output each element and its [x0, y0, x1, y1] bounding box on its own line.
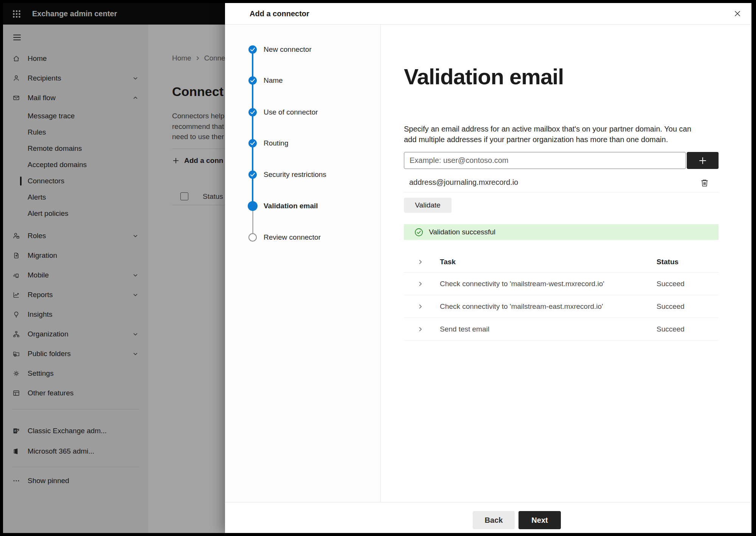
task-cell: Check connectivity to 'mailstream-west.m…	[440, 280, 657, 288]
chevron-right-icon	[418, 304, 424, 310]
validate-button[interactable]: Validate	[404, 198, 452, 213]
table-row: Check connectivity to 'mailstream-west.m…	[404, 273, 719, 295]
step-current-icon	[248, 201, 258, 211]
table-row: Send test email Succeed	[404, 318, 719, 341]
address-list-item: address@journaling.mxrecord.io	[404, 173, 719, 192]
back-button[interactable]: Back	[473, 511, 515, 529]
task-column-header: Task	[440, 258, 657, 266]
step-description: Specify an email address for an active m…	[404, 124, 704, 145]
task-cell: Send test email	[440, 325, 657, 333]
trash-icon	[700, 178, 709, 188]
email-input-row	[404, 152, 719, 169]
app-window: Exchange admin center Home Recipients Ma…	[3, 3, 751, 533]
validation-tasks-table: Task Status Check connectivity to 'mails…	[404, 251, 719, 341]
modal-scrim	[3, 3, 225, 533]
screenshot-frame: Exchange admin center Home Recipients Ma…	[0, 0, 756, 536]
task-cell: Check connectivity to 'mailstream-east.m…	[440, 302, 657, 311]
step-done-icon	[248, 108, 257, 116]
success-check-icon	[414, 228, 423, 237]
chevron-right-icon	[418, 326, 424, 332]
table-row: Check connectivity to 'mailstream-east.m…	[404, 295, 719, 318]
expand-all-chevron[interactable]	[404, 259, 440, 265]
dialog-title: Add a connector	[250, 9, 309, 18]
chevron-right-icon	[418, 259, 424, 265]
status-cell: Succeed	[657, 325, 719, 333]
close-button[interactable]	[732, 8, 743, 19]
step-done-icon	[248, 76, 257, 85]
expand-row-button[interactable]	[418, 304, 424, 310]
status-cell: Succeed	[657, 280, 719, 288]
step-todo-icon	[248, 233, 257, 242]
step-done-icon	[248, 45, 257, 54]
expand-row-button[interactable]	[418, 326, 424, 332]
validation-email-panel: Validation email Specify an email addres…	[404, 25, 719, 502]
expand-row-button[interactable]	[418, 281, 424, 287]
chevron-right-icon	[418, 281, 424, 287]
add-connector-dialog: Add a connector New connector Name Use o…	[225, 3, 751, 533]
table-header-row: Task Status	[404, 251, 719, 273]
dialog-header: Add a connector	[225, 3, 751, 25]
validation-success-banner: Validation successful	[404, 224, 719, 240]
dialog-footer: Back Next	[225, 502, 751, 533]
step-heading: Validation email	[404, 64, 564, 89]
address-text: address@journaling.mxrecord.io	[409, 178, 518, 187]
status-column-header: Status	[657, 258, 719, 266]
status-cell: Succeed	[657, 302, 719, 311]
plus-icon	[698, 156, 707, 165]
step-done-icon	[248, 170, 257, 179]
step-connector-line	[252, 50, 253, 206]
add-address-button[interactable]	[687, 152, 719, 169]
delete-address-button[interactable]	[699, 177, 710, 189]
wizard-steps: New connector Name Use of connector Rout…	[225, 25, 381, 502]
next-button[interactable]: Next	[518, 511, 561, 529]
close-icon	[733, 9, 742, 19]
step-done-icon	[248, 139, 257, 147]
email-input[interactable]	[404, 152, 686, 169]
banner-text: Validation successful	[429, 228, 495, 236]
